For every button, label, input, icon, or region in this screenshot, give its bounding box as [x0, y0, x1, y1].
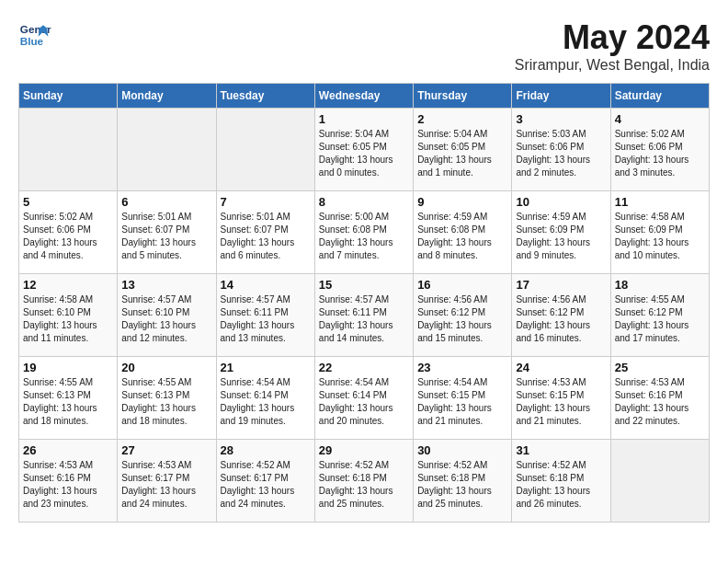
day-number: 8: [319, 195, 409, 209]
day-number: 28: [221, 443, 311, 457]
day-info: Sunrise: 4:57 AM Sunset: 6:11 PM Dayligh…: [221, 293, 311, 345]
weekday-header-tuesday: Tuesday: [216, 84, 314, 109]
calendar-cell: 19Sunrise: 4:55 AM Sunset: 6:13 PM Dayli…: [19, 357, 118, 440]
day-number: 25: [615, 361, 705, 374]
calendar-cell: 27Sunrise: 4:53 AM Sunset: 6:17 PM Dayli…: [118, 440, 216, 523]
day-info: Sunrise: 4:52 AM Sunset: 6:18 PM Dayligh…: [319, 459, 409, 511]
calendar-cell: 10Sunrise: 4:59 AM Sunset: 6:09 PM Dayli…: [512, 191, 610, 274]
calendar-table: SundayMondayTuesdayWednesdayThursdayFrid…: [18, 83, 710, 523]
day-info: Sunrise: 4:59 AM Sunset: 6:08 PM Dayligh…: [417, 211, 507, 262]
calendar-cell: 14Sunrise: 4:57 AM Sunset: 6:11 PM Dayli…: [216, 274, 314, 357]
logo: General Blue: [18, 18, 51, 52]
logo-icon: General Blue: [18, 18, 51, 52]
day-number: 12: [23, 278, 113, 292]
day-number: 20: [121, 361, 211, 374]
calendar-cell: 22Sunrise: 4:54 AM Sunset: 6:14 PM Dayli…: [314, 357, 413, 440]
day-number: 1: [319, 112, 409, 126]
day-info: Sunrise: 4:55 AM Sunset: 6:12 PM Dayligh…: [615, 293, 705, 345]
weekday-header-sunday: Sunday: [19, 84, 118, 109]
calendar-cell: 16Sunrise: 4:56 AM Sunset: 6:12 PM Dayli…: [414, 274, 512, 357]
calendar-cell: 8Sunrise: 5:00 AM Sunset: 6:08 PM Daylig…: [314, 191, 413, 274]
day-info: Sunrise: 4:54 AM Sunset: 6:14 PM Dayligh…: [319, 376, 409, 428]
day-info: Sunrise: 4:57 AM Sunset: 6:11 PM Dayligh…: [319, 293, 409, 345]
weekday-header-thursday: Thursday: [414, 84, 512, 109]
day-number: 10: [516, 195, 606, 209]
calendar-cell: 24Sunrise: 4:53 AM Sunset: 6:15 PM Dayli…: [512, 357, 610, 440]
day-info: Sunrise: 4:58 AM Sunset: 6:09 PM Dayligh…: [615, 211, 705, 262]
calendar-cell: 20Sunrise: 4:55 AM Sunset: 6:13 PM Dayli…: [118, 357, 216, 440]
calendar-cell: 6Sunrise: 5:01 AM Sunset: 6:07 PM Daylig…: [118, 191, 216, 274]
day-number: 26: [23, 443, 113, 457]
day-info: Sunrise: 4:58 AM Sunset: 6:10 PM Dayligh…: [23, 293, 113, 345]
calendar-cell: 4Sunrise: 5:02 AM Sunset: 6:06 PM Daylig…: [610, 109, 709, 191]
day-info: Sunrise: 5:02 AM Sunset: 6:06 PM Dayligh…: [23, 211, 113, 262]
calendar-cell: [610, 440, 709, 523]
day-number: 29: [319, 443, 409, 457]
calendar-cell: 3Sunrise: 5:03 AM Sunset: 6:06 PM Daylig…: [512, 109, 610, 191]
day-info: Sunrise: 4:59 AM Sunset: 6:09 PM Dayligh…: [516, 211, 606, 262]
day-info: Sunrise: 4:55 AM Sunset: 6:13 PM Dayligh…: [23, 376, 113, 428]
day-number: 21: [221, 361, 311, 374]
day-info: Sunrise: 4:54 AM Sunset: 6:15 PM Dayligh…: [417, 376, 507, 428]
day-info: Sunrise: 4:52 AM Sunset: 6:18 PM Dayligh…: [417, 459, 507, 511]
calendar-cell: 15Sunrise: 4:57 AM Sunset: 6:11 PM Dayli…: [314, 274, 413, 357]
day-number: 11: [615, 195, 705, 209]
calendar-cell: 9Sunrise: 4:59 AM Sunset: 6:08 PM Daylig…: [414, 191, 512, 274]
day-info: Sunrise: 5:00 AM Sunset: 6:08 PM Dayligh…: [319, 211, 409, 262]
subtitle: Srirampur, West Bengal, India: [515, 57, 710, 74]
day-info: Sunrise: 4:53 AM Sunset: 6:16 PM Dayligh…: [23, 459, 113, 511]
day-number: 22: [319, 361, 409, 374]
week-row-1: 1Sunrise: 5:04 AM Sunset: 6:05 PM Daylig…: [19, 109, 710, 191]
day-info: Sunrise: 4:53 AM Sunset: 6:15 PM Dayligh…: [516, 376, 606, 428]
day-number: 17: [516, 278, 606, 292]
weekday-header-friday: Friday: [512, 84, 610, 109]
calendar-cell: 30Sunrise: 4:52 AM Sunset: 6:18 PM Dayli…: [414, 440, 512, 523]
calendar-cell: 21Sunrise: 4:54 AM Sunset: 6:14 PM Dayli…: [216, 357, 314, 440]
day-info: Sunrise: 4:52 AM Sunset: 6:18 PM Dayligh…: [516, 459, 606, 511]
calendar-cell: 31Sunrise: 4:52 AM Sunset: 6:18 PM Dayli…: [512, 440, 610, 523]
week-row-3: 12Sunrise: 4:58 AM Sunset: 6:10 PM Dayli…: [19, 274, 710, 357]
calendar-cell: [19, 109, 118, 191]
calendar-cell: 2Sunrise: 5:04 AM Sunset: 6:05 PM Daylig…: [414, 109, 512, 191]
day-number: 30: [417, 443, 507, 457]
day-info: Sunrise: 4:55 AM Sunset: 6:13 PM Dayligh…: [121, 376, 211, 428]
calendar-cell: 13Sunrise: 4:57 AM Sunset: 6:10 PM Dayli…: [118, 274, 216, 357]
svg-text:Blue: Blue: [20, 35, 44, 47]
day-number: 13: [121, 278, 211, 292]
day-info: Sunrise: 4:56 AM Sunset: 6:12 PM Dayligh…: [516, 293, 606, 345]
day-number: 4: [615, 112, 705, 126]
calendar-cell: 1Sunrise: 5:04 AM Sunset: 6:05 PM Daylig…: [314, 109, 413, 191]
day-info: Sunrise: 5:04 AM Sunset: 6:05 PM Dayligh…: [417, 128, 507, 179]
calendar-cell: 25Sunrise: 4:53 AM Sunset: 6:16 PM Dayli…: [610, 357, 709, 440]
title-section: May 2024 Srirampur, West Bengal, India: [515, 18, 710, 74]
weekday-header-monday: Monday: [118, 84, 216, 109]
weekday-header-wednesday: Wednesday: [314, 84, 413, 109]
day-info: Sunrise: 5:02 AM Sunset: 6:06 PM Dayligh…: [615, 128, 705, 179]
day-info: Sunrise: 4:53 AM Sunset: 6:17 PM Dayligh…: [121, 459, 211, 511]
day-number: 27: [121, 443, 211, 457]
day-number: 18: [615, 278, 705, 292]
day-info: Sunrise: 4:54 AM Sunset: 6:14 PM Dayligh…: [221, 376, 311, 428]
week-row-4: 19Sunrise: 4:55 AM Sunset: 6:13 PM Dayli…: [19, 357, 710, 440]
day-number: 5: [23, 195, 113, 209]
day-info: Sunrise: 5:01 AM Sunset: 6:07 PM Dayligh…: [121, 211, 211, 262]
week-row-5: 26Sunrise: 4:53 AM Sunset: 6:16 PM Dayli…: [19, 440, 710, 523]
week-row-2: 5Sunrise: 5:02 AM Sunset: 6:06 PM Daylig…: [19, 191, 710, 274]
day-info: Sunrise: 5:01 AM Sunset: 6:07 PM Dayligh…: [221, 211, 311, 262]
day-number: 19: [23, 361, 113, 374]
calendar-cell: 26Sunrise: 4:53 AM Sunset: 6:16 PM Dayli…: [19, 440, 118, 523]
day-number: 24: [516, 361, 606, 374]
calendar-cell: 23Sunrise: 4:54 AM Sunset: 6:15 PM Dayli…: [414, 357, 512, 440]
calendar-cell: 5Sunrise: 5:02 AM Sunset: 6:06 PM Daylig…: [19, 191, 118, 274]
calendar-cell: 28Sunrise: 4:52 AM Sunset: 6:17 PM Dayli…: [216, 440, 314, 523]
day-info: Sunrise: 4:57 AM Sunset: 6:10 PM Dayligh…: [121, 293, 211, 345]
day-info: Sunrise: 4:56 AM Sunset: 6:12 PM Dayligh…: [417, 293, 507, 345]
weekday-header-row: SundayMondayTuesdayWednesdayThursdayFrid…: [19, 84, 710, 109]
calendar-cell: [118, 109, 216, 191]
calendar-cell: 11Sunrise: 4:58 AM Sunset: 6:09 PM Dayli…: [610, 191, 709, 274]
calendar-cell: 18Sunrise: 4:55 AM Sunset: 6:12 PM Dayli…: [610, 274, 709, 357]
weekday-header-saturday: Saturday: [610, 84, 709, 109]
calendar-cell: [216, 109, 314, 191]
day-number: 14: [221, 278, 311, 292]
day-number: 16: [417, 278, 507, 292]
